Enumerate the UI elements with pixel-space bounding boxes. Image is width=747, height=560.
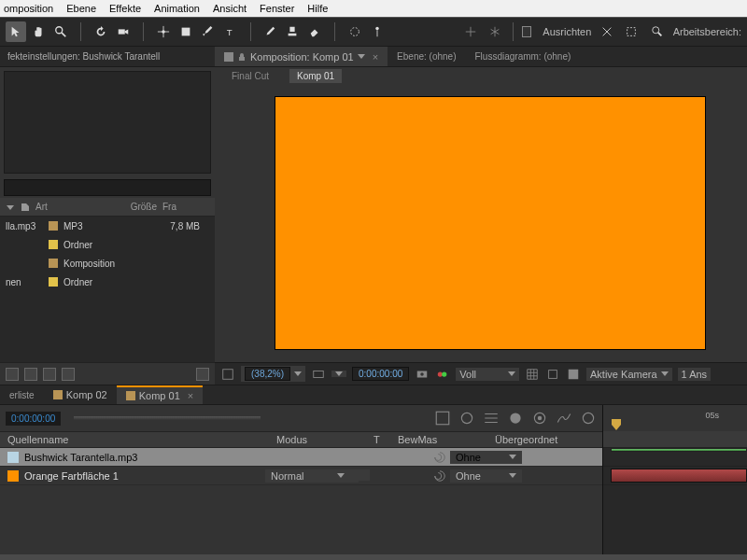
timeline-search-bar[interactable] [74,416,261,420]
brainstorm-icon[interactable] [531,410,548,427]
auto-keyframe-icon[interactable] [580,410,597,427]
puppet-tool[interactable] [367,21,388,42]
shy-icon[interactable] [458,410,475,427]
mask-icon[interactable] [545,367,560,382]
tab-komp01[interactable]: Komp 01× [117,385,203,404]
chevron-down-icon[interactable] [358,54,365,59]
col-mode[interactable]: Modus [271,434,374,445]
tab-erliste[interactable]: erliste [0,385,44,404]
axis-world-icon[interactable] [486,21,503,42]
comp-tab-flowchart[interactable]: Flussdiagramm: (ohne) [466,47,581,66]
effects-panel-tab[interactable]: fekteinstellungen: Bushwick Tarantell [0,47,215,67]
project-item[interactable]: lla.mp3 MP3 7,8 MB [0,217,215,235]
bitdepth-icon[interactable] [62,368,75,381]
draft3d-icon[interactable] [434,410,451,427]
subtab-komp01[interactable]: Komp 01 [289,69,342,83]
menu-animation[interactable]: Animation [154,3,200,14]
parent-dropdown[interactable]: Ohne [450,469,522,483]
menu-help[interactable]: Hilfe [307,3,328,14]
res-dropdown[interactable] [331,371,346,377]
track-1[interactable] [603,448,747,467]
folder-icon [49,240,58,249]
channel-icon[interactable] [435,367,450,382]
camera-tool[interactable] [113,21,134,42]
new-comp-icon[interactable] [43,368,56,381]
grid-icon[interactable] [525,367,540,382]
col-size[interactable]: Größe [116,202,157,212]
menu-view[interactable]: Ansicht [213,3,247,14]
views-dropdown[interactable]: 1 Ans [678,368,712,381]
exposure-icon[interactable] [566,367,581,382]
subtab-finalcut[interactable]: Final Cut [224,69,276,83]
quality-dropdown[interactable]: Voll [456,368,519,381]
col-t[interactable]: T [374,434,392,445]
comp-tab-composition[interactable]: Komposition: Komp 01 × [215,47,388,66]
col-art[interactable]: Art [35,202,110,212]
anchor-tool[interactable] [153,21,174,42]
pickwhip-icon[interactable] [433,469,446,483]
timeline-tracks[interactable]: 05s [602,405,747,554]
tab-komp02[interactable]: Komp 02 [44,385,117,404]
menu-effects[interactable]: Effekte [109,3,141,14]
col-fr[interactable]: Fra [162,202,176,212]
comp-tab-layer[interactable]: Ebene: (ohne) [388,47,465,66]
motion-blur-icon[interactable] [507,410,524,427]
audio-bar[interactable] [611,448,747,452]
trash-icon[interactable] [196,368,209,381]
mode-dropdown[interactable]: Normal [265,469,359,483]
magnify-icon[interactable] [220,367,235,382]
rotobrush-tool[interactable] [345,21,365,42]
stamp-tool[interactable] [282,21,303,42]
project-search[interactable] [4,179,211,196]
frame-blend-icon[interactable] [483,410,500,427]
col-bewmas[interactable]: BewMas [392,434,458,445]
snapshot-icon[interactable] [415,367,430,382]
project-item[interactable]: Ordner [0,235,215,254]
composition-panel: Komposition: Komp 01 × Ebene: (ohne) Flu… [215,47,747,385]
zoom-tool[interactable] [50,21,71,42]
zoom-dropdown[interactable]: (38,2%) [241,366,305,382]
interpret-icon[interactable] [6,368,19,381]
sort-icon[interactable] [6,203,15,212]
close-icon[interactable]: × [373,51,378,63]
menu-composition[interactable]: omposition [4,3,53,14]
selection-tool[interactable] [6,21,26,42]
new-folder-icon[interactable] [24,368,37,381]
snap-icon[interactable] [599,21,615,42]
text-tool[interactable]: T [220,21,241,42]
rotate-tool[interactable] [91,21,111,42]
res-icon[interactable] [311,367,326,382]
axis-local-icon[interactable] [462,21,479,42]
pen-tool[interactable] [198,21,218,42]
layer-swatch [7,452,19,463]
parent-dropdown[interactable]: Ohne [450,451,522,464]
pickwhip-icon[interactable] [433,451,446,464]
camera-dropdown[interactable]: Aktive Kamera [586,368,672,381]
graph-icon[interactable] [556,410,572,427]
trackmatte-toggle[interactable] [359,469,370,481]
playhead-icon[interactable] [611,418,622,431]
col-parent[interactable]: Übergeordnet [458,434,602,445]
layer-bar[interactable] [611,469,747,483]
project-item[interactable]: Komposition [0,254,215,273]
project-item[interactable]: nen Ordner [0,273,215,291]
project-item-name: lla.mp3 [6,221,43,231]
col-source[interactable]: Quellenname [0,434,271,445]
hand-tool[interactable] [28,21,49,42]
menu-window[interactable]: Fenster [260,3,294,14]
rect-tool[interactable] [176,21,196,42]
timeline-timecode[interactable]: 0:00:00:00 [6,412,61,426]
time-ruler[interactable]: 05s [603,405,747,431]
eraser-tool[interactable] [304,21,325,42]
composition-viewport[interactable] [215,84,747,362]
align-checkbox[interactable] [522,26,531,37]
close-icon[interactable]: × [188,390,193,401]
snap2-icon[interactable] [623,21,640,42]
viewer-timecode[interactable]: 0:00:00:00 [352,367,409,381]
search-icon[interactable] [647,21,668,42]
layer-row[interactable]: Orange Farbfläche 1 Normal Ohne [0,467,602,485]
track-2[interactable] [603,467,747,485]
menu-layer[interactable]: Ebene [66,3,96,14]
layer-row[interactable]: Bushwick Tarantella.mp3 Ohne [0,448,602,467]
brush-tool[interactable] [260,21,280,42]
